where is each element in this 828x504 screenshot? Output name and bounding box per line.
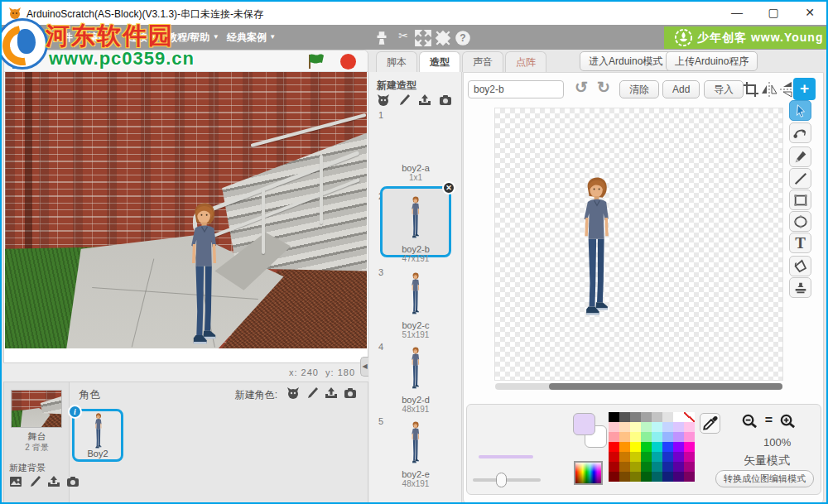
palette-color-swatch[interactable] [630, 472, 641, 482]
palette-color-swatch[interactable] [609, 432, 619, 442]
costume-name-input[interactable] [468, 80, 564, 98]
upload-costume-icon[interactable] [418, 94, 431, 107]
palette-color-swatch[interactable] [662, 472, 673, 482]
tab-sounds[interactable]: 声音 [462, 51, 503, 72]
menu-file[interactable]: 文件 ▼ [53, 31, 82, 45]
color-palette[interactable] [609, 412, 695, 482]
tab-scripts[interactable]: 脚本 [376, 51, 417, 72]
fill-color-tool[interactable] [789, 256, 811, 276]
zoom-reset-icon[interactable]: = [760, 413, 777, 429]
close-button[interactable]: ✕ [793, 2, 826, 25]
paint-backdrop-icon[interactable] [28, 475, 41, 488]
upload-sprite-icon[interactable] [325, 386, 338, 400]
palette-color-swatch[interactable] [630, 432, 641, 442]
pencil-tool[interactable] [789, 146, 811, 167]
palette-color-swatch[interactable] [609, 452, 619, 462]
undo-icon[interactable]: ↺ [571, 78, 591, 98]
eyedropper-icon[interactable] [700, 413, 720, 434]
paint-canvas[interactable] [494, 108, 783, 381]
minimize-button[interactable]: — [720, 2, 753, 25]
palette-color-swatch[interactable] [684, 452, 695, 462]
slider-handle[interactable] [496, 473, 507, 487]
green-flag-icon[interactable] [306, 53, 325, 70]
palette-color-swatch[interactable] [609, 462, 619, 472]
tab-costumes[interactable]: 造型 [419, 51, 460, 72]
palette-color-swatch[interactable] [684, 422, 695, 432]
rainbow-gradient-picker[interactable] [574, 461, 603, 485]
rectangle-tool[interactable] [789, 190, 811, 210]
menu-examples[interactable]: 经典案例 ▼ [227, 31, 276, 45]
delete-costume-icon[interactable]: ✕ [442, 181, 455, 194]
duplicate-icon[interactable] [373, 29, 391, 46]
palette-color-swatch[interactable] [684, 412, 695, 422]
upload-arduino-button[interactable]: 上传Arduino程序 [666, 51, 758, 71]
stage-thumbnail[interactable] [11, 390, 62, 428]
enter-arduino-mode-button[interactable]: 进入Arduino模式 [580, 51, 672, 71]
line-tool[interactable] [789, 168, 811, 189]
palette-color-swatch[interactable] [652, 432, 662, 442]
palette-color-swatch[interactable] [619, 472, 630, 482]
canvas-hscrollbar[interactable] [495, 383, 782, 390]
palette-color-swatch[interactable] [641, 452, 652, 462]
palette-color-swatch[interactable] [619, 442, 630, 452]
help-icon[interactable]: ? [454, 29, 472, 46]
stop-button[interactable] [340, 54, 356, 70]
camera-costume-icon[interactable] [439, 94, 452, 107]
import-button[interactable]: 导入 [704, 80, 744, 98]
palette-color-swatch[interactable] [641, 432, 652, 442]
stage-canvas[interactable] [5, 72, 367, 348]
paint-costume-icon[interactable] [397, 94, 411, 107]
palette-color-swatch[interactable] [662, 412, 673, 422]
palette-color-swatch[interactable] [684, 472, 695, 482]
backdrop-library-icon[interactable] [9, 475, 22, 488]
hscrollbar-thumb[interactable] [549, 383, 782, 390]
palette-color-swatch[interactable] [662, 462, 673, 472]
palette-color-swatch[interactable] [641, 412, 652, 422]
palette-color-swatch[interactable] [673, 432, 684, 442]
palette-color-swatch[interactable] [630, 442, 641, 452]
zoom-out-icon[interactable] [741, 413, 758, 429]
palette-color-swatch[interactable] [641, 472, 652, 482]
palette-color-swatch[interactable] [630, 412, 641, 422]
palette-color-swatch[interactable] [619, 412, 630, 422]
palette-color-swatch[interactable] [673, 422, 684, 432]
sprite-card-boy2[interactable]: i Boy2 [72, 409, 123, 462]
palette-color-swatch[interactable] [652, 422, 662, 432]
sprite-info-icon[interactable]: i [68, 405, 82, 419]
palette-color-swatch[interactable] [662, 452, 673, 462]
reshape-tool[interactable] [789, 122, 811, 143]
palette-color-swatch[interactable] [673, 472, 684, 482]
paint-sprite-icon[interactable] [306, 386, 319, 400]
crop-icon[interactable] [742, 80, 760, 98]
palette-color-swatch[interactable] [630, 452, 641, 462]
duplicate-stamp-tool[interactable] [789, 277, 811, 298]
palette-color-swatch[interactable] [652, 442, 662, 452]
palette-color-swatch[interactable] [609, 422, 619, 432]
costume-library-icon[interactable] [377, 94, 390, 107]
palette-color-swatch[interactable] [662, 432, 673, 442]
fullscreen-icon[interactable] [12, 53, 30, 70]
costume-on-canvas[interactable] [578, 176, 616, 319]
palette-color-swatch[interactable] [652, 452, 662, 462]
palette-color-swatch[interactable] [619, 462, 630, 472]
palette-color-swatch[interactable] [630, 462, 641, 472]
camera-backdrop-icon[interactable] [66, 475, 79, 488]
palette-color-swatch[interactable] [684, 432, 695, 442]
camera-sprite-icon[interactable] [344, 386, 357, 400]
palette-color-swatch[interactable] [609, 412, 619, 422]
sprite-boy2-on-stage[interactable] [185, 202, 224, 348]
palette-color-swatch[interactable] [641, 462, 652, 472]
convert-to-bitmap-button[interactable]: 转换成位图编辑模式 [715, 470, 814, 487]
upload-backdrop-icon[interactable] [47, 475, 60, 488]
grow-icon[interactable] [414, 29, 432, 46]
menu-help[interactable]: 教程/帮助 ▼ [167, 31, 219, 45]
palette-color-swatch[interactable] [652, 412, 662, 422]
clear-button[interactable]: 清除 [619, 80, 659, 98]
palette-color-swatch[interactable] [641, 442, 652, 452]
menu-edit[interactable]: 编辑 ▼ [88, 31, 117, 45]
palette-color-swatch[interactable] [652, 472, 662, 482]
palette-color-swatch[interactable] [609, 442, 619, 452]
palette-color-swatch[interactable] [652, 462, 662, 472]
palette-color-swatch[interactable] [673, 442, 684, 452]
palette-color-swatch[interactable] [619, 432, 630, 442]
